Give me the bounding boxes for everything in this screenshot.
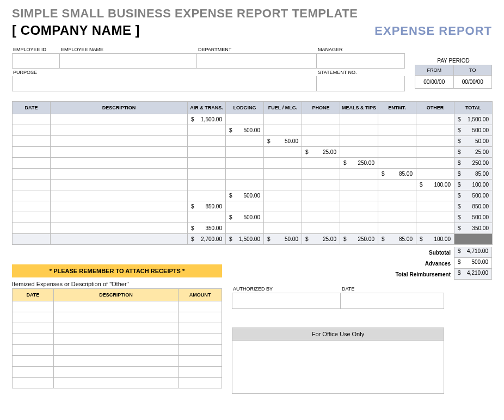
pay-from-header: FROM [415, 65, 454, 76]
office-use-area[interactable] [232, 340, 444, 393]
total-reimbursement-label: Total Reimbursement [396, 271, 454, 277]
table-row[interactable]: $500.00$500.00 [13, 212, 493, 223]
col-total: TOTAL [454, 102, 493, 114]
manager-input[interactable] [317, 53, 405, 69]
table-row[interactable]: $50.00$50.00 [13, 136, 493, 147]
label-statement-no: STATEMENT NO. [317, 69, 405, 76]
list-item[interactable] [13, 367, 222, 378]
list-item[interactable] [13, 323, 222, 334]
employee-id-input[interactable] [12, 53, 60, 69]
pay-period-title: PAY PERIOD [415, 58, 492, 65]
col-desc: DESCRIPTION [51, 102, 188, 114]
sum-fuel: $50.00 [264, 234, 302, 245]
table-row[interactable]: $100.00$100.00 [13, 180, 493, 190]
sum-total-blank [454, 234, 493, 245]
purpose-input[interactable] [12, 76, 317, 91]
expense-table: DATE DESCRIPTION AIR & TRANS. LODGING FU… [12, 101, 493, 245]
label-department: DEPARTMENT [197, 46, 317, 53]
col-fuel: FUEL / MLG. [264, 102, 302, 114]
label-authorized-by: AUTHORIZED BY [232, 285, 341, 293]
col-other: OTHER [416, 102, 454, 114]
total-reimbursement-value: $4,210.00 [454, 269, 492, 280]
sum-phone: $25.00 [302, 234, 340, 245]
list-item[interactable] [13, 378, 222, 388]
list-item[interactable] [13, 334, 222, 345]
table-row[interactable]: $500.00$500.00 [13, 190, 493, 201]
pay-to-cell[interactable]: 00/00/00 [453, 76, 492, 89]
page-title: SIMPLE SMALL BUSINESS EXPENSE REPORT TEM… [12, 7, 492, 21]
subtotal-value: $4,710.00 [454, 247, 492, 258]
col-date: DATE [13, 102, 51, 114]
label-employee-id: EMPLOYEE ID [12, 46, 60, 53]
item-col-desc: DESCRIPTION [53, 289, 178, 301]
list-item[interactable] [13, 301, 222, 312]
sum-meals: $250.00 [340, 234, 378, 245]
sum-air: $2,700.00 [188, 234, 226, 245]
itemized-label: Itemized Expenses or Description of "Oth… [12, 281, 222, 287]
company-name: [ COMPANY NAME ] [12, 23, 140, 38]
subtotal-label: Subtotal [429, 250, 454, 256]
table-row[interactable]: $25.00$25.00 [13, 147, 493, 158]
office-use-label: For Office Use Only [232, 328, 444, 340]
col-lodging: LODGING [226, 102, 264, 114]
sum-entmt: $85.00 [378, 234, 416, 245]
label-purpose: PURPOSE [12, 69, 317, 76]
table-row[interactable]: $85.00$85.00 [13, 169, 493, 180]
list-item[interactable] [13, 345, 222, 356]
advances-value[interactable]: $500.00 [454, 258, 492, 269]
col-entmt: ENTMT. [378, 102, 416, 114]
label-employee-name: EMPLOYEE NAME [60, 46, 197, 53]
item-col-amt: AMOUNT [179, 289, 222, 301]
table-row[interactable]: $850.00$850.00 [13, 201, 493, 212]
advances-label: Advances [425, 261, 454, 267]
authorized-by-input[interactable] [232, 293, 341, 309]
pay-from-cell[interactable]: 00/00/00 [415, 76, 454, 89]
table-row[interactable]: $500.00$500.00 [13, 125, 493, 136]
report-label: EXPENSE REPORT [374, 24, 492, 38]
statement-no-input[interactable] [317, 76, 405, 91]
list-item[interactable] [13, 312, 222, 323]
col-phone: PHONE [302, 102, 340, 114]
table-row[interactable]: $350.00$350.00 [13, 223, 493, 234]
label-auth-date: DATE [341, 285, 444, 293]
label-manager: MANAGER [317, 46, 405, 53]
itemized-table: DATE DESCRIPTION AMOUNT [12, 288, 222, 388]
list-item[interactable] [13, 356, 222, 367]
col-meals: MEALS & TIPS [340, 102, 378, 114]
col-air: AIR & TRANS. [188, 102, 226, 114]
table-row[interactable]: $250.00$250.00 [13, 158, 493, 169]
employee-name-input[interactable] [60, 53, 197, 69]
table-row[interactable]: $1,500.00$1,500.00 [13, 114, 493, 125]
receipts-banner: * PLEASE REMEMBER TO ATTACH RECEIPTS * [12, 264, 222, 277]
pay-to-header: TO [453, 65, 492, 76]
department-input[interactable] [197, 53, 317, 69]
auth-date-input[interactable] [341, 293, 444, 309]
item-col-date: DATE [13, 289, 54, 301]
sum-other: $100.00 [416, 234, 454, 245]
sum-lodging: $1,500.00 [226, 234, 264, 245]
